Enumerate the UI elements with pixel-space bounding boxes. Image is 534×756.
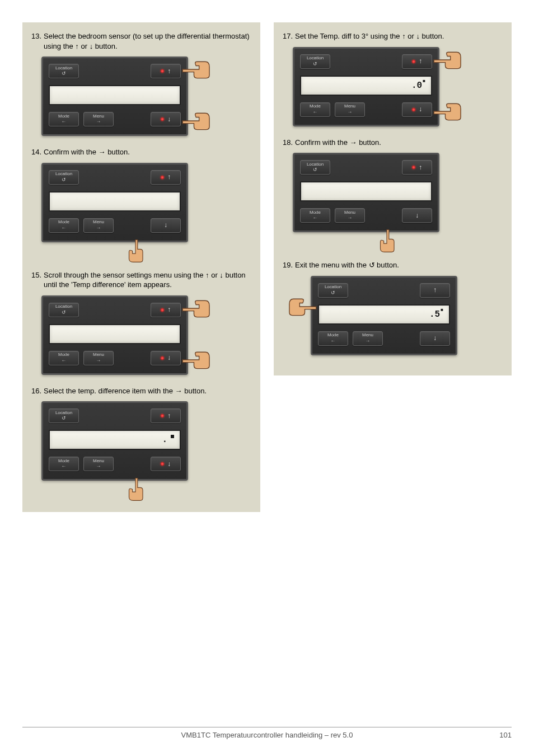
down-button[interactable]: ↓ (402, 102, 432, 117)
panel-top-row: Location ↺ ↑ (49, 408, 181, 423)
button-label: Mode (327, 333, 339, 337)
up-button[interactable]: ↑ (151, 64, 181, 78)
mode-button[interactable]: Mode ← (49, 218, 79, 233)
lcd-text-value: .5 (429, 309, 440, 320)
button-label: Menu (344, 104, 355, 109)
menu-button[interactable]: Menu → (335, 208, 365, 223)
lcd-value: . (162, 435, 174, 445)
arrow-right-icon: → (348, 215, 353, 220)
mode-button[interactable]: Mode ← (49, 351, 79, 365)
led-icon (412, 108, 415, 111)
panel-bottom-row: Mode ← Menu → ↓ (49, 351, 181, 365)
led-icon (161, 118, 164, 121)
down-button[interactable]: ↓ (151, 112, 181, 126)
pointing-hand-icon (120, 239, 151, 265)
degree-icon: ■ (423, 78, 425, 83)
arrow-down-icon: ↓ (415, 212, 419, 219)
button-label: Location (307, 56, 324, 60)
arrow-down-icon: ↓ (164, 222, 167, 229)
button-label: Mode (58, 459, 69, 463)
lcd-display (300, 181, 432, 201)
arrow-left-icon: ← (313, 215, 318, 220)
reload-icon: ↺ (313, 62, 317, 67)
arrow-left-icon: ← (313, 110, 318, 115)
panel-top-row: Location ↺ ↑ (300, 54, 432, 69)
up-button[interactable]: ↑ (151, 303, 181, 317)
button-label: Mode (58, 114, 69, 119)
mode-button[interactable]: Mode ← (300, 102, 330, 117)
location-button[interactable]: Location ↺ (49, 170, 79, 185)
menu-button[interactable]: Menu → (335, 102, 365, 117)
panel-top-row: Location ↺ ↑ (300, 160, 432, 175)
menu-button[interactable]: Menu → (83, 351, 114, 365)
arrow-up-icon: ↑ (433, 287, 437, 294)
arrow-right-icon: → (96, 464, 101, 469)
panel-18-wrap: Location ↺ ↑ Mode ← Men (293, 153, 439, 232)
down-button[interactable]: ↓ (151, 218, 181, 233)
led-icon (412, 166, 415, 169)
pointing-hand-icon (371, 229, 402, 255)
arrow-left-icon: ← (62, 119, 67, 124)
location-button[interactable]: Location ↺ (49, 408, 79, 423)
panel-16-wrap: Location ↺ ↑ . Mode ← (41, 401, 188, 481)
panel-17-wrap: Location ↺ ↑ .0■ Mode ← (293, 47, 439, 126)
menu-button[interactable]: Menu → (353, 331, 383, 346)
step-number: 14. (31, 147, 44, 157)
mode-button[interactable]: Mode ← (49, 457, 79, 471)
up-button[interactable]: ↑ (420, 283, 450, 298)
button-label: Menu (362, 333, 373, 337)
lcd-text-value: . (162, 435, 167, 445)
panel-top-row: Location ↺ ↑ (49, 64, 181, 78)
button-label: Location (55, 172, 72, 176)
reload-icon: ↺ (331, 290, 335, 295)
mode-button[interactable]: Mode ← (49, 112, 79, 126)
arrow-left-icon: ← (331, 339, 336, 344)
step-body: Select the bedroom sensor (to set up the… (44, 31, 251, 51)
step-body: Scroll through the sensor settings menu … (44, 270, 251, 290)
location-button[interactable]: Location ↺ (300, 54, 330, 69)
arrow-right-icon: → (96, 226, 101, 231)
down-button[interactable]: ↓ (151, 351, 181, 365)
location-button[interactable]: Location ↺ (49, 303, 79, 317)
down-button[interactable]: ↓ (402, 208, 432, 223)
step-13-text: 13. Select the bedroom sensor (to set up… (31, 31, 251, 51)
menu-button[interactable]: Menu → (83, 112, 114, 126)
panel-bottom-row: Mode ← Menu → ↓ (318, 331, 450, 346)
step-number: 19. (283, 260, 295, 270)
arrow-up-icon: ↑ (167, 68, 171, 75)
up-button[interactable]: ↑ (151, 408, 181, 423)
arrow-up-icon: ↑ (419, 58, 422, 65)
button-label: Location (55, 411, 72, 415)
button-label: Menu (93, 114, 104, 119)
arrow-right-icon: → (366, 339, 371, 344)
led-icon (161, 69, 164, 73)
arrow-left-icon: ← (62, 464, 67, 469)
lcd-value: .5■ (429, 309, 443, 320)
step-14-text: 14. Confirm with the → button. (31, 147, 251, 157)
location-button[interactable]: Location ↺ (300, 160, 330, 175)
down-button[interactable]: ↓ (420, 331, 450, 346)
step-number: 18. (283, 138, 295, 148)
arrow-left-icon: ← (62, 358, 67, 363)
button-label: Menu (344, 210, 355, 215)
panel-top-row: Location ↺ ↑ (49, 303, 181, 317)
mode-button[interactable]: Mode ← (300, 208, 330, 223)
up-button[interactable]: ↑ (402, 54, 432, 69)
mode-button[interactable]: Mode ← (318, 331, 348, 346)
panel-bottom-row: Mode ← Menu → ↓ (49, 218, 181, 233)
menu-button[interactable]: Menu → (83, 218, 114, 233)
left-column: 13. Select the bedroom sensor (to set up… (22, 22, 260, 512)
location-button[interactable]: Location ↺ (49, 64, 79, 78)
step-body: Exit the menu with the ↺ button. (295, 260, 503, 270)
menu-button[interactable]: Menu → (83, 457, 114, 471)
device-panel: Location ↺ ↑ Mode ← Men (293, 153, 439, 232)
button-label: Location (55, 304, 72, 309)
arrow-down-icon: ↓ (167, 116, 171, 123)
down-button[interactable]: ↓ (151, 457, 181, 471)
button-label: Mode (310, 104, 321, 109)
button-label: Mode (58, 220, 69, 224)
up-button[interactable]: ↑ (402, 160, 432, 175)
up-button[interactable]: ↑ (151, 170, 181, 185)
lcd-display (49, 324, 181, 344)
location-button[interactable]: Location ↺ (318, 283, 348, 298)
